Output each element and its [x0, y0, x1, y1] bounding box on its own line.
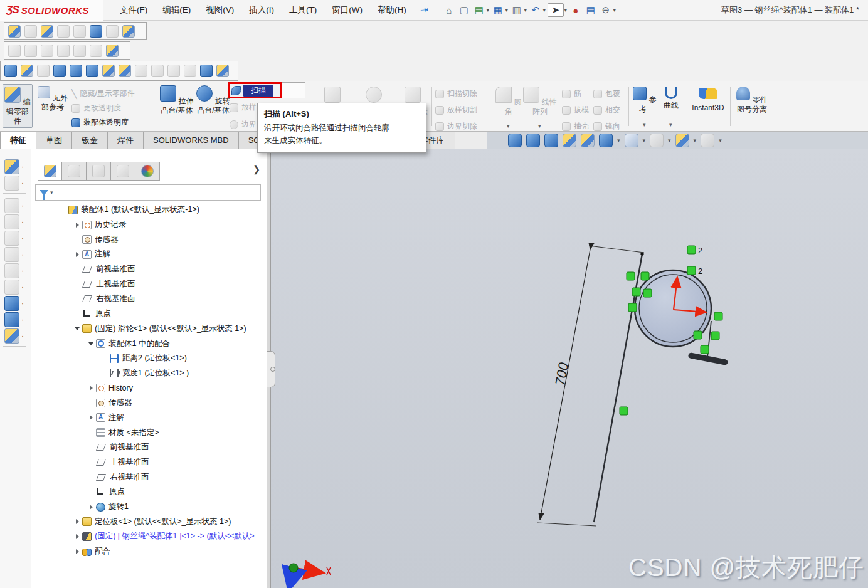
view-cube-icon[interactable]	[24, 25, 37, 38]
capture-add-icon[interactable]	[41, 25, 53, 38]
tree-item[interactable]: 上视基准面	[31, 455, 267, 470]
tree-item[interactable]: 装配体1 (默认<默认_显示状态-1>)	[31, 202, 267, 218]
annotate-icon[interactable]	[57, 25, 70, 38]
sketch-canvas[interactable]: 700 2 2	[271, 149, 868, 588]
assembly-transparency-button[interactable]: 装配体透明度	[71, 115, 135, 130]
section-view-icon[interactable]	[563, 134, 576, 147]
tab-SOLIDWORKS MBD[interactable]: SOLIDWORKS MBD	[143, 132, 238, 149]
collapse-toolbar-icon[interactable]: ⊖	[599, 3, 613, 17]
component-pattern-button[interactable]: ·	[4, 214, 24, 229]
tree-item[interactable]: 右视基准面	[31, 470, 267, 485]
sphere-icon[interactable]	[53, 65, 66, 77]
select-cursor-icon[interactable]: ➤	[548, 3, 564, 17]
column-icon[interactable]	[167, 65, 180, 77]
move-component-button[interactable]: ·	[4, 247, 24, 262]
tree-filter-input[interactable]: ▾	[35, 184, 261, 201]
tree-item[interactable]: 前视基准面	[31, 440, 267, 455]
save-icon[interactable]: ▦	[491, 3, 505, 17]
view-settings-icon[interactable]	[701, 134, 714, 147]
measure-icon[interactable]	[122, 25, 135, 38]
solid-icon[interactable]	[8, 45, 21, 57]
frame-icon[interactable]	[106, 25, 119, 38]
ghost-icon[interactable]	[184, 65, 196, 77]
pin-icon[interactable]: 📌︎	[418, 3, 432, 18]
smart-fasteners-button[interactable]: ·	[4, 231, 24, 246]
graphics-viewport[interactable]: 700 2 2	[271, 149, 868, 588]
expand-arrow-icon[interactable]	[87, 413, 95, 422]
point-icon[interactable]	[57, 45, 70, 57]
sketch-endpoint[interactable]	[640, 252, 643, 255]
print-icon[interactable]: ▥	[510, 3, 524, 17]
menu-文件[interactable]: 文件(F)	[112, 2, 155, 18]
sweep-button[interactable]: 扫描	[243, 85, 273, 97]
show-hidden-components-button[interactable]: ·	[4, 263, 24, 278]
bolt-icon[interactable]	[151, 65, 164, 77]
line-icon[interactable]	[24, 45, 37, 57]
tree-item[interactable]: 注解	[31, 247, 267, 262]
flyout-dot-icon[interactable]: ▾	[617, 137, 620, 144]
view-orientation-icon[interactable]	[599, 134, 613, 147]
configurationmanager-tab[interactable]	[87, 162, 111, 181]
home-icon[interactable]: ⌂	[442, 3, 456, 17]
menu-窗口[interactable]: 窗口(W)	[324, 2, 370, 18]
paint-icon[interactable]	[86, 65, 98, 77]
tree-item[interactable]: (固定) [ 钢丝绳^装配体1 ]<1> -> (默认<<默认>	[31, 529, 267, 544]
coordinate-icon[interactable]	[106, 45, 119, 57]
flyout-dot-icon[interactable]: ▾	[719, 137, 722, 144]
menu-视图[interactable]: 视图(V)	[198, 2, 241, 18]
expand-arrow-icon[interactable]	[73, 324, 82, 333]
dropdown-caret-icon[interactable]: ▾	[543, 8, 546, 13]
zoom-to-fit-icon[interactable]	[508, 134, 522, 147]
dimension-text[interactable]: 700	[552, 361, 571, 387]
sheetmetal-icon[interactable]	[102, 65, 115, 77]
flyout-dot-icon[interactable]: ▾	[643, 137, 646, 144]
insert-components-button[interactable]: ·	[4, 176, 24, 191]
tree-item[interactable]: 旋转1	[31, 500, 267, 515]
panel-collapse-handle[interactable]	[267, 351, 275, 387]
previous-view-icon[interactable]	[544, 134, 558, 147]
tree-item[interactable]: 距离2 (定位板<1>)	[31, 351, 267, 366]
hide-show-items-icon[interactable]	[650, 134, 664, 147]
dropdown-caret-icon[interactable]: ▾	[613, 8, 616, 13]
tree-item[interactable]: 注解	[31, 411, 267, 426]
tree-item[interactable]: History	[31, 381, 267, 396]
dropdown-caret-icon[interactable]: ▾	[524, 8, 527, 13]
part-isolate-button[interactable]: 零件图号分离	[734, 87, 770, 114]
axis-icon[interactable]	[90, 45, 102, 57]
edit-appearance-icon[interactable]	[675, 134, 689, 147]
tree-item[interactable]: 材质 <未指定>	[31, 425, 267, 440]
tree-item[interactable]: 传感器	[31, 396, 267, 411]
refresh-icon[interactable]	[200, 65, 213, 77]
task-list-icon[interactable]: ▤	[584, 3, 598, 17]
spline-icon[interactable]	[41, 45, 53, 57]
tree-item[interactable]: 上视基准面	[31, 276, 267, 291]
displaymanager-tab[interactable]	[135, 162, 160, 181]
expand-arrow-icon[interactable]	[73, 250, 82, 259]
tree-item[interactable]: (固定) 滑轮<1> (默认<<默认>_显示状态 1>)	[31, 322, 267, 337]
tab-特征[interactable]: 特征	[0, 132, 36, 149]
curve-wizard-icon[interactable]	[21, 65, 33, 77]
tree-item[interactable]: 定位板<1> (默认<<默认>_显示状态 1>)	[31, 514, 267, 529]
assembly-features-button[interactable]: ·	[4, 280, 24, 295]
dropdown-caret-icon[interactable]: ▾	[487, 8, 489, 13]
tab-钣金[interactable]: 钣金	[71, 132, 107, 149]
revolved-boss-button[interactable]: 旋转凸台/基体	[196, 85, 231, 115]
flyout-dot-icon[interactable]: ▾	[694, 137, 697, 144]
dropdown-caret-icon[interactable]: ▾	[564, 8, 567, 13]
view-status-icon[interactable]: ●	[569, 3, 583, 17]
expand-arrow-icon[interactable]	[87, 339, 95, 348]
tree-item[interactable]: 传感器	[31, 232, 267, 247]
menu-工具[interactable]: 工具(T)	[282, 2, 324, 18]
tree-item[interactable]: 历史记录	[31, 218, 267, 233]
panel-expand-chevron-icon[interactable]: ❯	[253, 164, 260, 174]
plane-icon[interactable]	[73, 45, 86, 57]
extruded-boss-button[interactable]: 拉伸凸台/基体	[159, 85, 194, 115]
dimxpertmanager-tab[interactable]	[111, 162, 135, 181]
featuremanager-tree-tab[interactable]	[38, 162, 62, 181]
sketch-entity-icon[interactable]	[581, 134, 595, 147]
curves-button[interactable]: ·	[4, 312, 24, 327]
flyout-dot-icon[interactable]: ▾	[668, 137, 671, 144]
tree-item[interactable]: 右视基准面	[31, 291, 267, 307]
no-external-ref-button[interactable]: 无外部参考	[36, 86, 69, 112]
tab-草图[interactable]: 草图	[36, 132, 71, 149]
